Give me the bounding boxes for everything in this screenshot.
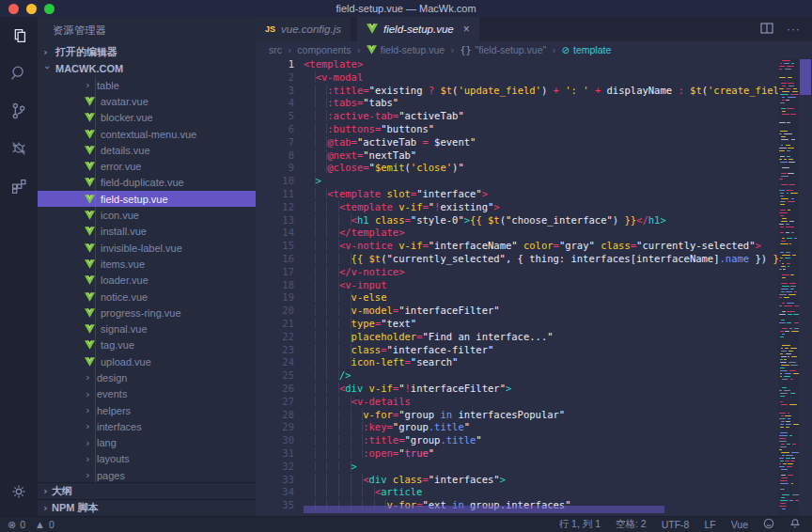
explorer-icon[interactable] — [0, 17, 38, 55]
file-item-error.vue[interactable]: error.vue — [38, 158, 256, 174]
settings-gear-icon[interactable] — [0, 473, 38, 510]
minimap[interactable] — [778, 58, 799, 516]
folder-item-design[interactable]: ›design — [38, 369, 256, 385]
chevron-right-icon: › — [42, 485, 52, 497]
status-bar: ⊗ 0 ▲ 0 行 1, 列 1空格: 2UTF-8LFVue — [0, 516, 812, 532]
code-line-13: 13 <h1 class="style-0">{{ $t("choose_int… — [256, 214, 778, 227]
breadcrumb-item-components[interactable]: components — [297, 44, 351, 55]
vue-file-icon — [85, 292, 95, 302]
breadcrumb-separator: › — [449, 44, 455, 55]
errors-indicator[interactable]: ⊗ 0 — [8, 519, 25, 531]
search-icon[interactable] — [0, 55, 38, 92]
file-item-progress-ring.vue[interactable]: progress-ring.vue — [38, 305, 256, 321]
code-line-1: 1<template> — [256, 58, 778, 71]
file-label: field-duplicate.vue — [101, 177, 184, 188]
code-line-30: 30 :title="group.title" — [256, 434, 778, 447]
breadcrumb-separator: › — [551, 44, 556, 55]
folder-item-helpers[interactable]: ›helpers — [38, 402, 256, 418]
file-item-tag.vue[interactable]: tag.vue — [38, 337, 256, 353]
file-label: field-setup.vue — [101, 194, 168, 205]
close-window-button[interactable] — [8, 4, 19, 14]
file-item-signal.vue[interactable]: signal.vue — [38, 321, 256, 336]
tab-field-setup.vue[interactable]: field-setup.vue× — [357, 17, 479, 41]
breadcrumb-separator: › — [287, 44, 292, 55]
file-item-contextual-menu.vue[interactable]: contextual-menu.vue — [38, 126, 256, 142]
vertical-scrollbar[interactable] — [799, 58, 812, 516]
code-line-6: 6 :buttons="buttons" — [256, 123, 778, 136]
feedback-smiley-icon[interactable] — [763, 518, 774, 531]
tab-vue.config.js[interactable]: JSvue.config.js — [256, 17, 351, 41]
status-item-Vue[interactable]: Vue — [731, 519, 748, 530]
status-item-LF[interactable]: LF — [704, 519, 715, 530]
file-item-details.vue[interactable]: details.vue — [38, 142, 256, 158]
code-line-31: 31 :open="true" — [256, 447, 778, 461]
source-control-icon[interactable] — [0, 92, 38, 130]
status-item-11[interactable]: 行 1, 列 1 — [559, 518, 601, 531]
file-item-upload.vue[interactable]: upload.vue — [38, 353, 256, 369]
more-actions-icon[interactable]: ··· — [787, 23, 801, 36]
folder-item-events[interactable]: ›events — [38, 386, 256, 402]
folder-item-pages[interactable]: ›pages — [38, 467, 256, 483]
code-line-26: 26 <div v-if="!interfaceFilter"> — [256, 383, 778, 396]
file-item-items.vue[interactable]: items.vue — [38, 256, 256, 272]
file-item-field-duplicate.vue[interactable]: field-duplicate.vue — [38, 175, 256, 191]
file-label: lang — [97, 437, 117, 448]
status-item-2[interactable]: 空格: 2 — [616, 518, 647, 531]
vertical-scrollbar-thumb[interactable] — [800, 59, 811, 95]
debug-icon[interactable] — [0, 130, 38, 167]
file-item-notice.vue[interactable]: notice.vue — [38, 289, 256, 305]
chevron-right-icon: › — [85, 469, 94, 481]
zoom-window-button[interactable] — [44, 4, 55, 14]
vue-file-icon — [85, 178, 95, 187]
code-line-14: 14 </template> — [256, 227, 778, 240]
vue-file-icon — [367, 45, 377, 55]
folder-item-layouts[interactable]: ›layouts — [38, 451, 256, 467]
chevron-right-icon: › — [85, 437, 94, 449]
chevron-right-icon: › — [42, 502, 52, 514]
file-item-blocker.vue[interactable]: blocker.vue — [38, 110, 256, 126]
file-item-install.vue[interactable]: install.vue — [38, 224, 256, 240]
workspace-section[interactable]: › MACWK.COM — [38, 60, 256, 77]
extensions-icon[interactable] — [0, 167, 38, 205]
tab-bar: JSvue.config.jsfield-setup.vue× ··· — [256, 17, 812, 41]
file-label: error.vue — [101, 161, 141, 172]
file-item-invisible-label.vue[interactable]: invisible-label.vue — [38, 240, 256, 256]
folder-item-lang[interactable]: ›lang — [38, 435, 256, 451]
open-editors-section[interactable]: › 打开的编辑器 — [38, 43, 256, 60]
breadcrumb-item-template[interactable]: ⊘template — [562, 44, 612, 55]
breadcrumb-item-src[interactable]: src — [269, 44, 282, 55]
folder-item-interfaces[interactable]: ›interfaces — [38, 418, 256, 434]
file-label: icon.vue — [101, 210, 139, 221]
file-item-icon.vue[interactable]: icon.vue — [38, 207, 256, 223]
close-tab-icon[interactable]: × — [463, 23, 470, 36]
file-label: interfaces — [97, 421, 142, 432]
file-label: notice.vue — [101, 291, 148, 303]
file-item-field-setup.vue[interactable]: field-setup.vue — [38, 191, 256, 207]
code-editor[interactable]: 1<template>2 <v-modal3 :title="existing … — [256, 58, 778, 516]
minimize-window-button[interactable] — [26, 4, 37, 14]
code-line-20: 20 v-model="interfaceFilter" — [256, 305, 778, 318]
file-label: upload.vue — [101, 356, 151, 368]
vue-file-icon — [85, 227, 95, 236]
chevron-right-icon: › — [85, 420, 94, 432]
file-label: contextual-menu.vue — [101, 129, 196, 140]
notifications-bell-icon[interactable] — [789, 518, 801, 531]
vue-file-icon — [85, 97, 95, 106]
status-item-UTF8[interactable]: UTF-8 — [662, 519, 690, 530]
horizontal-scrollbar-thumb[interactable] — [304, 506, 664, 513]
breadcrumb-item-field-setup.vue[interactable]: field-setup.vue — [367, 44, 445, 55]
code-line-7: 7 @tab="activeTab = $event" — [256, 136, 778, 149]
vue-file-icon — [85, 130, 95, 139]
warnings-indicator[interactable]: ▲ 0 — [35, 519, 55, 530]
file-item-avatar.vue[interactable]: avatar.vue — [38, 93, 256, 109]
title-bar: field-setup.vue — MacWk.com — [0, 0, 812, 17]
split-editor-icon[interactable] — [760, 21, 773, 38]
folder-item-table[interactable]: ›table — [38, 77, 256, 93]
file-label: tag.vue — [101, 339, 134, 351]
npm-scripts-section[interactable]: › NPM 脚本 — [38, 499, 256, 516]
vscode-window: field-setup.vue — MacWk.com 资源管理器 › 打开的编… — [0, 0, 812, 532]
file-item-loader.vue[interactable]: loader.vue — [38, 273, 256, 289]
outline-section[interactable]: › 大纲 — [38, 482, 256, 499]
code-line-22: 22 placeholder="Find an interface..." — [256, 331, 778, 344]
breadcrumb-item-field-setup.vue[interactable]: {}"field-setup.vue" — [460, 44, 546, 55]
